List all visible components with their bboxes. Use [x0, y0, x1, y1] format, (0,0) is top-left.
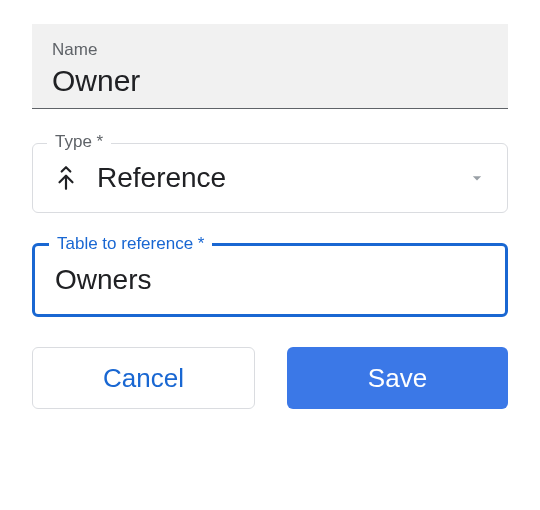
button-row: Cancel Save: [32, 347, 508, 409]
name-field[interactable]: Name: [32, 24, 508, 109]
type-label: Type *: [47, 132, 111, 152]
table-reference-input[interactable]: [55, 264, 485, 296]
merge-icon: [53, 165, 79, 191]
cancel-button[interactable]: Cancel: [32, 347, 255, 409]
name-input[interactable]: [52, 64, 488, 98]
type-field[interactable]: Type * Reference: [32, 143, 508, 213]
table-reference-field[interactable]: Table to reference *: [32, 243, 508, 317]
type-select-row: Reference: [53, 162, 487, 194]
table-reference-label: Table to reference *: [49, 234, 212, 254]
save-button[interactable]: Save: [287, 347, 508, 409]
name-label: Name: [52, 40, 488, 60]
chevron-down-icon: [467, 168, 487, 188]
type-value: Reference: [97, 162, 449, 194]
